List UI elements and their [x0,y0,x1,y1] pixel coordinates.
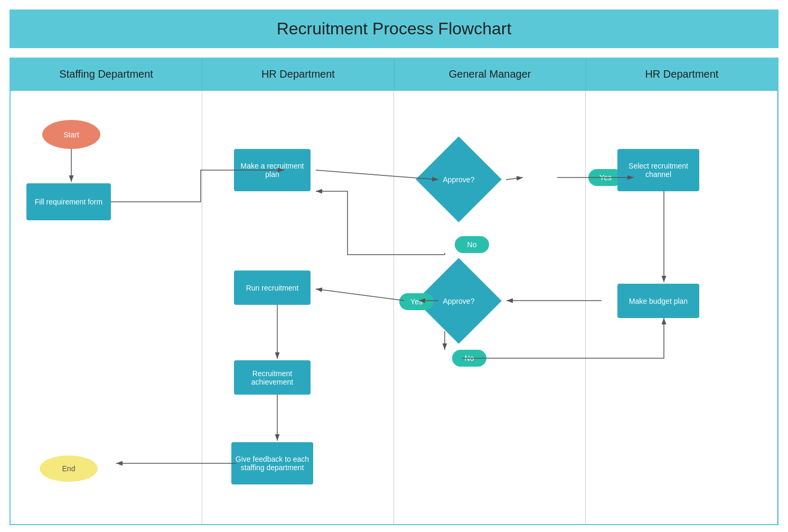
flowchart-wrapper: Staffing Department HR Department Genera… [10,58,778,525]
make-recruitment-plan-shape: Make a recruitment plan [234,149,311,191]
fill-req-shape: Fill requirement form [26,183,111,220]
recruitment-achievement-shape: Recruitment achievement [234,360,311,395]
make-budget-shape: Make budget plan [617,284,699,318]
page-title: Recruitment Process Flowchart [10,19,778,39]
lane-headers: Staffing Department HR Department Genera… [11,59,777,91]
lane-header-hr1: HR Department [202,59,394,90]
lane-hr2: Yes Select recruitment channel Make budg… [586,91,777,524]
start-shape: Start [42,120,100,149]
run-recruitment-shape: Run recruitment [234,270,311,305]
lane-header-staffing: Staffing Department [11,59,202,90]
yes2-pill: Yes [399,293,434,310]
lane-staffing: Start Fill requirement form End [11,91,202,524]
lane-header-gm: General Manager [395,59,586,90]
no1-pill: No [455,236,489,253]
give-feedback-shape: Give feedback to each staffing departmen… [231,442,313,484]
approve1-shape: Approve? [416,136,502,222]
lane-gm: Approve? No Approve? Yes No [394,91,586,524]
no2-pill: No [452,350,486,367]
lanes-body: Start Fill requirement form End Make a r… [11,91,777,524]
select-channel-shape: Select recruitment channel [617,149,699,191]
end-shape: End [40,455,98,482]
lane-hr1: Make a recruitment plan Run recruitment … [202,91,394,524]
title-bar: Recruitment Process Flowchart [10,10,778,48]
lane-header-hr2: HR Department [586,59,777,90]
